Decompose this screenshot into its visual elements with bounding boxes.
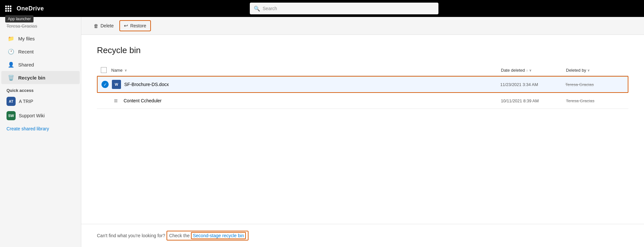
second-stage-recycle-bin-link[interactable]: Second-stage recycle bin [191,232,246,239]
restore-button[interactable]: ↩ Restore [119,20,151,31]
toolbar: 🗑 Delete ↩ Restore [81,17,644,35]
file-name: Content Ccheduler [124,98,162,103]
delete-button[interactable]: 🗑 Delete [89,21,118,31]
file-deleted-by: Teresa Gracias [566,98,624,103]
quick-access-header: Quick access [0,84,81,94]
app-logo: OneDrive [17,5,44,12]
generic-doc-icon: ≡ [111,96,120,105]
page-title: Recycle bin [97,45,628,55]
checkbox-selected-icon: ✓ [101,81,109,88]
support-wiki-icon: SW [7,111,16,120]
a-trip-icon: AT [7,97,16,106]
sidebar-item-label: Recent [18,49,34,54]
recycle-bin-icon: 🗑️ [8,74,14,81]
topbar: App launcher OneDrive 🔍 Search [0,0,644,17]
restore-icon: ↩ [124,23,128,29]
file-date: 11/23/2021 3:34 AM [500,82,565,87]
table-row[interactable]: ✓ W SF-Brochure-DS.docx 11/23/2021 3:34 … [97,76,628,93]
sidebar-item-label: Recycle bin [18,75,45,80]
file-row-name: ✓ W SF-Brochure-DS.docx [101,80,500,89]
search-bar[interactable]: 🔍 Search [250,3,438,14]
file-list-header: Name ∨ Date deleted ↓ ∨ Deleted by ∨ [97,65,628,76]
sidebar-item-recent[interactable]: 🕐 Recent [1,45,80,58]
deleted-by-sort-icon: ∨ [587,68,590,72]
app-launcher-tooltip: App launcher [5,15,34,22]
folder-icon: 📁 [8,35,14,42]
file-name: SF-Brochure-DS.docx [124,82,169,87]
table-row[interactable]: ≡ Content Ccheduler 10/11/2021 8:39 AM T… [97,93,628,109]
delete-icon: 🗑 [94,23,99,29]
waffle-icon [5,6,11,12]
search-wrapper: 🔍 Search [49,3,639,14]
second-stage-highlight: Check the Second-stage recycle bin [167,231,248,240]
content-area: 🗑 Delete ↩ Restore Recycle bin Name ∨ Da… [81,17,644,247]
sidebar-item-a-trip[interactable]: AT A TRIP [0,94,81,109]
sidebar-item-shared[interactable]: 👤 Shared [1,58,80,71]
search-icon: 🔍 [254,6,260,12]
create-shared-library-link[interactable]: Create shared library [0,123,81,135]
file-row-name: ≡ Content Ccheduler [101,96,501,105]
checkbox-empty [101,97,108,104]
sidebar-item-recycle-bin[interactable]: 🗑️ Recycle bin [1,71,80,84]
column-date-label[interactable]: Date deleted [501,68,525,73]
check-the-text: Check the [169,233,190,238]
search-placeholder-text: Search [263,6,277,11]
sidebar-quick-label: A TRIP [19,99,33,104]
sidebar-item-support-wiki[interactable]: SW Support Wiki [0,109,81,123]
sidebar-item-label: Shared [18,62,34,67]
column-name-label[interactable]: Name [111,68,123,73]
name-sort-icon: ∨ [125,68,127,72]
column-deleted-by-label[interactable]: Deleted by [566,68,586,73]
file-deleted-by: Teresa Gracias [565,82,624,87]
clock-icon: 🕐 [8,48,14,55]
bottom-note: Can't find what you're looking for? Chec… [81,224,644,247]
word-doc-icon: W [112,80,121,89]
sidebar: Teresa Gracias 📁 My files 🕐 Recent 👤 Sha… [0,17,81,247]
file-date: 10/11/2021 8:39 AM [501,98,566,103]
header-file-icon [101,67,107,73]
sidebar-item-my-files[interactable]: 📁 My files [1,32,80,45]
sidebar-item-label: My files [18,36,35,41]
shared-icon: 👤 [8,61,14,68]
app-launcher-button[interactable]: App launcher [5,6,11,12]
sidebar-quick-label: Support Wiki [19,113,45,118]
page-content: Recycle bin Name ∨ Date deleted ↓ ∨ Dele… [81,35,644,224]
main-layout: Teresa Gracias 📁 My files 🕐 Recent 👤 Sha… [0,17,644,247]
date-sort-chevron: ∨ [529,68,531,72]
date-sort-arrow: ↓ [526,68,528,72]
bottom-note-prefix: Can't find what you're looking for? [97,233,165,238]
